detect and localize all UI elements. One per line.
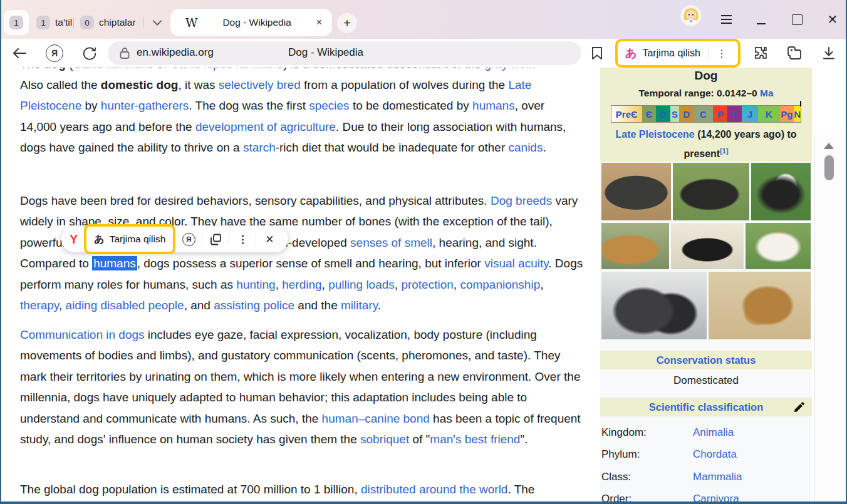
timescale-segment-D[interactable]: D [679,106,694,122]
page-scrollbar[interactable] [814,135,847,504]
new-tab-button[interactable]: + [337,13,357,33]
article-link[interactable]: therapy [20,299,59,312]
infobox-title: Dog [600,69,812,83]
url-host[interactable]: en.wikipedia.org [137,46,214,59]
article-link[interactable]: Communication in dogs [20,328,145,341]
translate-options-kebab-icon[interactable]: ⋮ [717,48,727,59]
minimize-button[interactable] [751,9,772,30]
extensions-icon[interactable] [752,44,771,63]
scientific-classification-header: Scientific classification [600,398,812,416]
geologic-timescale-bar[interactable]: PreЄЄOSDCPTJKPgN [611,105,801,123]
taxonomy-value-link[interactable]: Chordata [693,448,737,461]
timescale-segment-Pg[interactable]: Pg [780,106,794,122]
dog-photo-black-labrador-in-snow[interactable] [671,223,744,269]
maximize-icon [792,14,803,25]
browser-window: 1 1 ta'til 0 chiptalar W Dog - Wikipedia… [0,0,847,504]
timescale-segment-PreЄ[interactable]: PreЄ [611,106,642,122]
browser-toolbar: Я en.wikipedia.org Dog - Wikipedia あ Tar… [0,39,847,68]
popup-kebab-icon[interactable]: ⋮ [235,232,250,247]
profile-avatar[interactable] [680,5,702,26]
ma-link[interactable]: Ma [760,88,774,98]
article-link[interactable]: hunter-gatherers [101,99,189,112]
lock-icon[interactable] [119,47,130,59]
timescale-segment-J[interactable]: J [742,106,758,122]
article-link[interactable]: assisting police [214,299,294,312]
taxonomy-row: Kingdom:Animalia [601,421,811,444]
yandex-button[interactable]: Я [44,43,65,64]
scroll-up-arrow-icon[interactable] [824,143,834,149]
article-link[interactable]: senses of smell [350,236,432,249]
timescale-segment-O[interactable]: O [656,106,670,122]
reload-button[interactable] [79,43,100,64]
taxonomy-row: Phylum:Chordata [601,444,811,466]
reference-link[interactable]: [1] [720,147,728,155]
article-link[interactable]: aiding disabled people [66,299,184,312]
copy-icon[interactable] [208,232,223,247]
article-link[interactable]: development of agriculture [195,120,336,133]
article-link[interactable]: protection [401,278,453,291]
yandex-logo-icon[interactable]: Y [70,232,78,247]
article-link[interactable]: pulling loads [328,278,395,291]
maximize-button[interactable] [786,9,808,30]
tab-group-tatil[interactable]: 1 ta'til [36,16,72,29]
article-link[interactable]: distributed around the world [361,483,507,496]
edit-pencil-icon[interactable] [794,402,804,415]
dog-photo-black-speckled-dog-running[interactable] [601,163,671,220]
download-icon[interactable] [819,44,838,63]
back-button[interactable] [9,43,30,64]
window-close-button[interactable]: ✕ [822,9,843,30]
bookmark-icon[interactable] [590,46,604,61]
article-link[interactable]: selectively bred [219,78,301,91]
timescale-segment-T[interactable]: T [727,106,742,122]
timescale-segment-P[interactable]: P [713,106,727,122]
timescale-segment-N[interactable]: N [794,106,801,122]
selected-text-humans[interactable]: humans [92,256,137,270]
article-link[interactable]: Dog breeds [491,194,552,207]
dog-photo-golden-retriever-in-water[interactable] [601,223,669,269]
article-link[interactable]: starch [243,141,276,154]
scrollbar-thumb[interactable] [824,155,834,180]
address-bar[interactable]: en.wikipedia.org Dog - Wikipedia [108,41,581,65]
article-link[interactable]: herding [282,278,321,291]
dog-photo-jack-russell-terrier[interactable] [746,223,811,269]
tab-dog-wikipedia[interactable]: W Dog - Wikipedia × [170,9,332,36]
browser-menu-button[interactable] [715,9,737,30]
article-link[interactable]: man's best friend [430,433,520,446]
article-link[interactable]: humans [472,99,515,112]
wikipedia-favicon: W [185,16,198,29]
article-link[interactable]: visual acuity [484,257,548,270]
article-link[interactable]: hunting [236,278,275,291]
article-link[interactable]: sobriquet [360,433,409,446]
yandex-search-icon[interactable]: Я [181,232,196,247]
taxonomy-value-link[interactable]: Animalia [693,426,734,439]
tab-group-current[interactable]: 1 [4,10,29,35]
timescale-segment-Є[interactable]: Є [642,106,657,122]
scientific-classification-label[interactable]: Scientific classification [649,401,763,413]
tab-group-chiptalar[interactable]: 0 chiptalar [80,16,136,29]
dog-photo-sled-dogs-in-snow[interactable] [601,272,707,339]
translate-button-highlighted[interactable]: あ Tarjima qilish ⋮ [615,39,740,68]
tab-count-badge: 1 [9,16,23,29]
article-link[interactable]: species [309,99,349,112]
dog-photo-black-white-dog-in-grass[interactable] [673,163,749,220]
late-pleistocene-link[interactable]: Late Pleistocene [615,129,694,140]
timescale-segment-S[interactable]: S [670,106,680,122]
window-border [0,0,1,504]
tab-close-icon[interactable]: × [316,18,322,28]
taxonomy-value-link[interactable]: Mammalia [693,471,742,483]
popup-translate-button-highlighted[interactable]: あ Tarjima qilish [84,224,175,254]
dog-photo-dog-nursing-puppy-on-beach[interactable] [709,272,811,339]
timescale-segment-C[interactable]: C [694,106,713,122]
timescale-segment-K[interactable]: K [758,106,780,122]
popup-close-icon[interactable]: ✕ [262,232,277,247]
chevron-down-icon[interactable] [149,16,165,29]
article-link[interactable]: companionship [460,278,540,291]
dog-photo-black-white-longhair-dog[interactable] [751,163,811,220]
collections-icon[interactable] [785,44,804,63]
article-link[interactable]: human–canine bond [322,412,430,425]
article-link[interactable]: military [341,299,378,312]
conservation-status-label[interactable]: Conservation status [657,354,756,366]
taxonomy-table: Kingdom:AnimaliaPhylum:ChordataClass:Mam… [601,421,811,504]
article-link[interactable]: canids [509,141,543,154]
divider [143,18,143,28]
